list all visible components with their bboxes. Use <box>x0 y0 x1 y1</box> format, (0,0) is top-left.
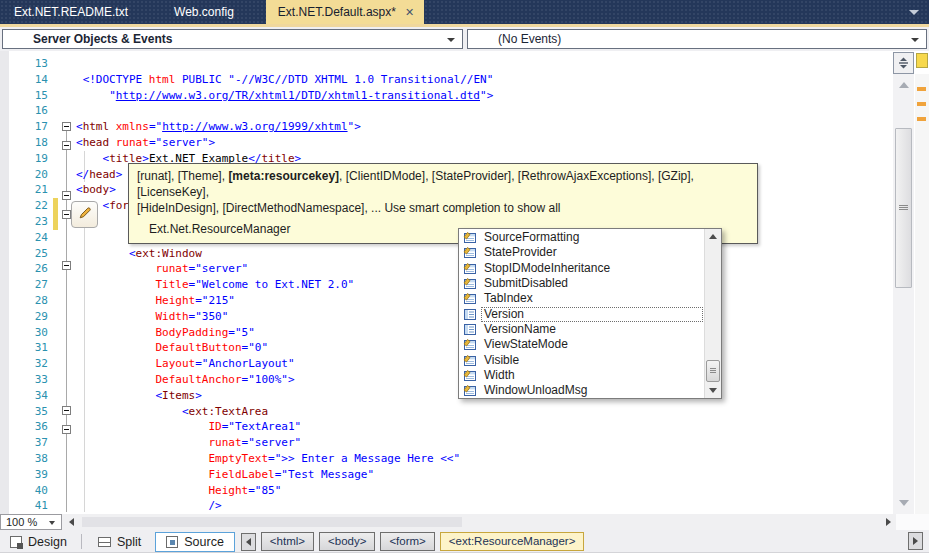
code-token <box>76 152 103 165</box>
property-icon <box>463 384 477 397</box>
code-token: DefaultButton <box>155 341 241 354</box>
completion-item-label: WindowUnloadMsg <box>481 383 703 398</box>
tab-ext-net-default-aspx[interactable]: Ext.NET.Default.aspx*✕ <box>266 0 424 24</box>
tag-navigator-back-button[interactable] <box>241 533 256 551</box>
fold-toggle-collapse-icon[interactable] <box>62 425 71 434</box>
design-view-button[interactable]: Design <box>2 533 75 551</box>
completion-item-stopidmodeinheritance[interactable]: StopIDModeInheritance <box>460 261 703 276</box>
code-line[interactable]: <head runat="server"> <box>76 135 500 151</box>
tag-breadcrumb-body[interactable]: <body> <box>319 532 375 551</box>
code-line[interactable]: Height="215" <box>76 293 500 309</box>
code-line[interactable]: Height="85" <box>76 483 500 499</box>
scroll-up-icon[interactable] <box>709 234 717 239</box>
code-token <box>76 89 109 102</box>
code-line[interactable]: Title="Welcome to Ext.NET 2.0" <box>76 277 500 293</box>
completion-item-sourceformatting[interactable]: SourceFormatting <box>460 230 703 245</box>
completion-item-stateprovider[interactable]: StateProvider <box>460 245 703 260</box>
tag-navigator-forward-button[interactable] <box>908 532 923 550</box>
code-line[interactable]: runat="server" <box>76 261 500 277</box>
code-line[interactable] <box>76 56 500 72</box>
vertical-scrollbar[interactable] <box>893 74 914 514</box>
window-list-chevron-down-icon[interactable] <box>909 10 919 15</box>
code-line[interactable]: /> <box>76 498 500 514</box>
scroll-down-icon[interactable] <box>899 500 909 506</box>
code-token <box>76 357 155 370</box>
code-line[interactable]: FieldLabel="Test Message" <box>76 467 500 483</box>
vertical-scrollbar-thumb[interactable] <box>895 128 912 288</box>
code-token: "server" <box>195 262 248 275</box>
code-line[interactable]: <Items> <box>76 388 500 404</box>
scroll-down-icon[interactable] <box>709 388 717 393</box>
code-text-area[interactable]: <!DOCTYPE html PUBLIC "-//W3C//DTD XHTML… <box>76 56 500 514</box>
smart-tag-button[interactable] <box>71 201 98 228</box>
fold-toggle-collapse-icon[interactable] <box>62 191 71 200</box>
completion-item-version[interactable]: Version <box>460 306 703 321</box>
tab-web-config[interactable]: Web.config <box>160 0 266 24</box>
code-line[interactable]: <ext:Window <box>76 246 500 262</box>
fold-slot <box>60 456 76 472</box>
code-line[interactable]: ID="TextArea1" <box>76 419 500 435</box>
code-token: xmlns <box>116 120 149 133</box>
code-token: BodyPadding <box>155 326 228 339</box>
code-line[interactable]: Layout="AnchorLayout" <box>76 356 500 372</box>
code-line[interactable]: Width="350" <box>76 309 500 325</box>
horizontal-scrollbar-thumb[interactable] <box>82 517 462 527</box>
zoom-dropdown[interactable]: 100 % <box>0 514 62 530</box>
code-token <box>76 452 208 465</box>
split-view-button[interactable]: Split <box>90 533 149 551</box>
fold-slot <box>60 355 76 371</box>
code-token: "Welcome to Ext.NET 2.0" <box>195 278 354 291</box>
code-line[interactable]: DefaultButton="0" <box>76 340 500 356</box>
fold-toggle-collapse-icon[interactable] <box>62 210 71 219</box>
code-line[interactable]: runat="server" <box>76 435 500 451</box>
completion-item-tabindex[interactable]: TabIndex <box>460 291 703 306</box>
code-line[interactable]: <ext:TextArea <box>76 404 500 420</box>
code-line[interactable]: "http://www.w3.org/TR/xhtml1/DTD/xhtml1-… <box>76 88 500 104</box>
completion-scrollbar[interactable] <box>704 229 721 398</box>
navigation-bar: Server Objects & Events (No Events) <box>0 27 929 51</box>
tab-ext-net-readme-txt[interactable]: Ext.NET.README.txt <box>0 0 160 24</box>
editor-splitter-handle[interactable] <box>893 52 914 74</box>
completion-item-visible[interactable]: Visible <box>460 352 703 367</box>
completion-item-windowunloadmsg[interactable]: WindowUnloadMsg <box>460 383 703 398</box>
code-editor[interactable]: 1314151617181920212223242526272829303132… <box>0 51 929 514</box>
code-token: = <box>248 484 255 497</box>
fold-toggle-collapse-icon[interactable] <box>62 141 71 150</box>
completion-item-viewstatemode[interactable]: ViewStateMode <box>460 337 703 352</box>
fold-toggle-collapse-icon[interactable] <box>62 406 71 415</box>
minus-glyph <box>64 410 69 411</box>
code-token: = <box>268 452 275 465</box>
code-line[interactable]: <html xmlns="http://www.w3.org/1999/xhtm… <box>76 119 500 135</box>
code-line[interactable] <box>76 103 500 119</box>
source-view-button[interactable]: Source <box>155 532 235 552</box>
completion-item-submitdisabled[interactable]: SubmitDisabled <box>460 276 703 291</box>
scroll-up-icon[interactable] <box>899 82 909 88</box>
scroll-right-button[interactable] <box>881 514 896 530</box>
code-line[interactable]: <!DOCTYPE html PUBLIC "-//W3C//DTD XHTML… <box>76 72 500 88</box>
code-token: http://www.w3.org/1999/xhtml <box>162 120 347 133</box>
tag-breadcrumb-form[interactable]: <form> <box>380 532 434 551</box>
fold-slot <box>60 488 76 504</box>
events-dropdown[interactable]: (No Events) <box>467 29 927 49</box>
tag-breadcrumb-ext-resourcemanager[interactable]: <ext:ResourceManager> <box>440 532 585 551</box>
tag-navigator: <html><body><form><ext:ResourceManager> <box>261 532 585 551</box>
code-line[interactable]: BodyPadding="5" <box>76 325 500 341</box>
code-token: html <box>83 120 110 133</box>
code-token: ext:Window <box>136 247 202 260</box>
line-number: 22 <box>10 198 48 214</box>
code-line[interactable]: EmptyText=">> Enter a Message Here <<" <box>76 451 500 467</box>
tag-breadcrumb-html[interactable]: <html> <box>261 532 314 551</box>
completion-item-width[interactable]: Width <box>460 368 703 383</box>
completion-item-versionname[interactable]: VersionName <box>460 322 703 337</box>
code-token <box>76 247 129 260</box>
fold-toggle-collapse-icon[interactable] <box>62 122 71 131</box>
scroll-left-button[interactable] <box>64 514 79 530</box>
breakpoint-margin[interactable] <box>0 51 9 514</box>
close-icon[interactable]: ✕ <box>405 7 414 18</box>
code-token: > <box>487 89 494 102</box>
completion-scrollbar-thumb[interactable] <box>706 360 720 382</box>
objects-dropdown[interactable]: Server Objects & Events <box>2 29 463 49</box>
code-line[interactable]: DefaultAnchor="100%"> <box>76 372 500 388</box>
minus-glyph <box>64 195 69 196</box>
fold-toggle-collapse-icon[interactable] <box>62 261 71 270</box>
